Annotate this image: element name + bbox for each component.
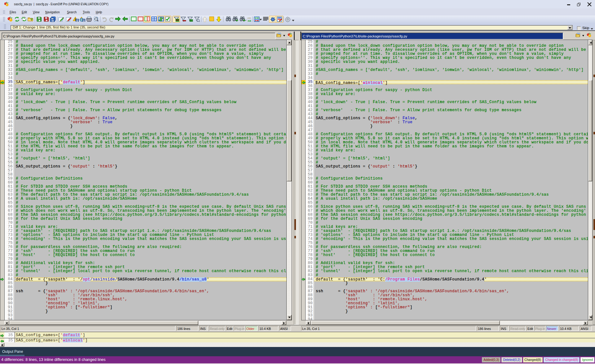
svg-text:AB: AB (248, 20, 251, 22)
svg-text:AB: AB (247, 17, 251, 20)
